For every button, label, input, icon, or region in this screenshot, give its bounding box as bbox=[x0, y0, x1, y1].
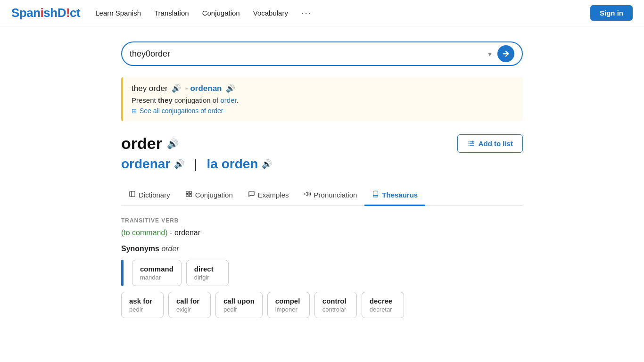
conjugation-table-icon: ⊞ bbox=[132, 107, 137, 115]
conj-they-order: they order bbox=[132, 84, 168, 93]
conj-spanish-word[interactable]: ordenan bbox=[190, 84, 222, 93]
trans-word-text-2: la orden bbox=[207, 156, 258, 172]
add-list-icon bbox=[467, 140, 475, 148]
conj-of-text: conjugation of bbox=[173, 96, 221, 104]
logo-exclamation: ! bbox=[66, 6, 70, 20]
conj-present-text: Present bbox=[132, 96, 158, 104]
conj-period: . bbox=[237, 96, 239, 104]
synonyms-label: Synonyms order bbox=[121, 245, 523, 253]
primary-synonyms-row: command mandar direct dirigir bbox=[121, 260, 523, 286]
search-button[interactable] bbox=[497, 45, 514, 62]
examples-tab-icon bbox=[248, 190, 255, 199]
synonym-en-decree: decree bbox=[370, 297, 392, 305]
meaning-spanish-text: ordenar bbox=[174, 229, 200, 237]
nav-conjugation[interactable]: Conjugation bbox=[202, 9, 240, 17]
svg-rect-13 bbox=[186, 195, 188, 197]
synonym-card-compel[interactable]: compel imponer bbox=[267, 292, 310, 318]
tab-examples[interactable]: Examples bbox=[240, 185, 297, 206]
trans-audio-1[interactable]: 🔊 bbox=[174, 159, 184, 169]
synonym-en-ask-for: ask for bbox=[129, 297, 152, 305]
translation-separator: | bbox=[194, 156, 197, 172]
search-container: ▾ bbox=[121, 41, 523, 66]
meaning-green-text: (to command) bbox=[121, 229, 168, 237]
synonym-card-call-for[interactable]: call for exigir bbox=[168, 292, 211, 318]
search-input[interactable] bbox=[130, 49, 488, 59]
header: SpanishD!ct Learn Spanish Translation Co… bbox=[0, 0, 644, 26]
synonym-es-command: mandar bbox=[140, 274, 161, 281]
nav-more-icon[interactable]: ··· bbox=[301, 8, 312, 18]
synonym-es-control: controlar bbox=[322, 306, 347, 313]
sign-in-button[interactable]: Sign in bbox=[590, 5, 633, 21]
conj-they: they bbox=[158, 96, 173, 104]
synonym-es-ask-for: pedir bbox=[129, 306, 143, 313]
synonym-es-compel: imponer bbox=[275, 306, 297, 313]
english-word: order bbox=[121, 134, 162, 153]
nav-translation[interactable]: Translation bbox=[154, 9, 189, 17]
synonym-en-call-upon: call upon bbox=[223, 297, 255, 305]
logo[interactable]: SpanishD!ct bbox=[11, 6, 80, 20]
conj-order-link[interactable]: order bbox=[220, 96, 236, 104]
conj-audio-es[interactable]: 🔊 bbox=[226, 84, 235, 92]
tab-pronunciation[interactable]: Pronunciation bbox=[297, 185, 365, 206]
conj-line1: they order 🔊 - ordenan 🔊 bbox=[132, 84, 514, 93]
trans-audio-2[interactable]: 🔊 bbox=[262, 159, 272, 169]
translation-ordenar: ordenar 🔊 bbox=[121, 156, 184, 172]
nav: Learn Spanish Translation Conjugation Vo… bbox=[95, 8, 590, 18]
tab-examples-label: Examples bbox=[258, 191, 289, 199]
blue-accent-bar bbox=[121, 260, 124, 286]
word-audio-icon[interactable]: 🔊 bbox=[167, 138, 179, 149]
synonym-card-decree[interactable]: decree decretar bbox=[362, 292, 404, 318]
synonym-en-compel: compel bbox=[275, 297, 300, 305]
search-arrow-icon bbox=[502, 49, 510, 58]
secondary-synonyms-row: ask for pedir call for exigir call upon … bbox=[121, 292, 523, 318]
synonym-card-ask-for[interactable]: ask for pedir bbox=[121, 292, 164, 318]
synonym-card-call-upon[interactable]: call upon pedir bbox=[215, 292, 263, 318]
tab-dictionary[interactable]: Dictionary bbox=[121, 185, 178, 206]
synonym-card-command[interactable]: command mandar bbox=[132, 260, 182, 286]
tab-pronunciation-label: Pronunciation bbox=[314, 191, 357, 199]
translation-la-orden: la orden 🔊 bbox=[207, 156, 272, 172]
synonym-es-call-upon: pedir bbox=[223, 306, 237, 313]
synonym-card-control[interactable]: control controlar bbox=[314, 292, 357, 318]
svg-marker-15 bbox=[305, 192, 307, 196]
nav-vocabulary[interactable]: Vocabulary bbox=[253, 9, 288, 17]
thesaurus-content: TRANSITIVE VERB (to command) - ordenar S… bbox=[121, 217, 523, 318]
conj-see-all-text: See all conjugations of order bbox=[140, 107, 223, 115]
svg-rect-11 bbox=[186, 191, 188, 193]
svg-rect-9 bbox=[130, 191, 135, 197]
synonym-es-call-for: exigir bbox=[176, 306, 191, 313]
add-to-list-button[interactable]: Add to list bbox=[457, 134, 523, 153]
pronunciation-tab-icon bbox=[304, 190, 311, 199]
conj-see-all-link[interactable]: ⊞ See all conjugations of order bbox=[132, 107, 514, 115]
tab-dictionary-label: Dictionary bbox=[139, 191, 170, 199]
conj-audio-en[interactable]: 🔊 bbox=[172, 84, 181, 92]
svg-rect-14 bbox=[189, 195, 191, 197]
synonym-en-control: control bbox=[322, 297, 347, 305]
meaning-dash: - bbox=[170, 229, 174, 237]
synonym-card-direct[interactable]: direct dirigir bbox=[186, 260, 229, 286]
synonym-es-decree: decretar bbox=[370, 306, 392, 313]
nav-learn-spanish[interactable]: Learn Spanish bbox=[95, 9, 141, 17]
dictionary-tab-icon bbox=[129, 190, 136, 199]
tab-thesaurus[interactable]: Thesaurus bbox=[364, 185, 425, 206]
conjugation-notice: they order 🔊 - ordenan 🔊 Present they co… bbox=[121, 77, 523, 121]
thesaurus-tab-icon bbox=[372, 190, 379, 199]
section-label: TRANSITIVE VERB bbox=[121, 217, 523, 224]
word-title-group: order 🔊 bbox=[121, 134, 179, 153]
word-header: order 🔊 Add to list bbox=[121, 134, 523, 153]
synonym-en-direct: direct bbox=[194, 265, 214, 273]
tab-conjugation-label: Conjugation bbox=[195, 191, 233, 199]
svg-rect-12 bbox=[189, 191, 191, 193]
add-to-list-label: Add to list bbox=[479, 140, 513, 148]
tab-conjugation[interactable]: Conjugation bbox=[178, 185, 240, 206]
conj-dash: - bbox=[185, 84, 190, 93]
main-content: ▾ they order 🔊 - ordenan 🔊 Present they … bbox=[110, 26, 534, 318]
synonyms-word: Synonyms bbox=[121, 245, 159, 253]
translations-row: ordenar 🔊 | la orden 🔊 bbox=[121, 156, 523, 172]
search-dropdown-icon[interactable]: ▾ bbox=[488, 49, 492, 58]
synonyms-target-word: order bbox=[161, 245, 179, 253]
synonym-en-call-for: call for bbox=[176, 297, 199, 305]
conjugation-tab-icon bbox=[185, 190, 192, 199]
tab-thesaurus-label: Thesaurus bbox=[382, 191, 418, 199]
tabs-bar: Dictionary Conjugation Examples Pronunci… bbox=[121, 185, 523, 206]
